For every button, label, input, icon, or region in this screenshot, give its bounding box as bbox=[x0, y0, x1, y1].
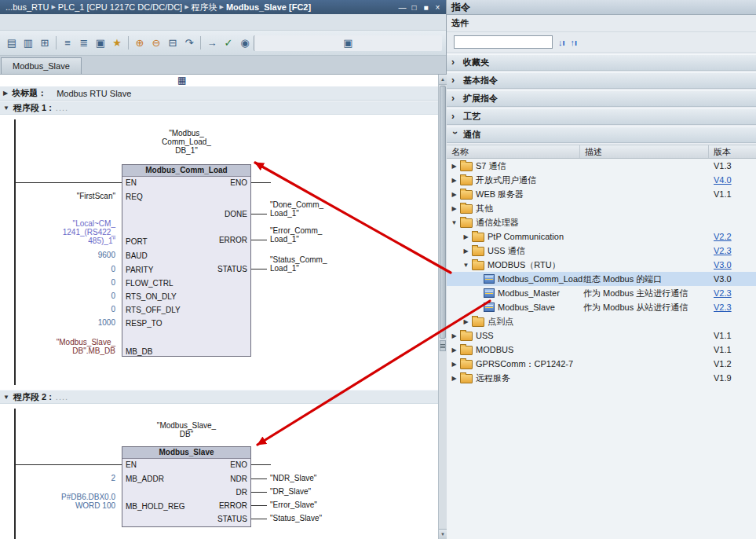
scroll-down-icon[interactable]: ▼ bbox=[439, 529, 447, 539]
tree-item-uss[interactable]: ▶USSV1.1 bbox=[447, 328, 756, 343]
tree-item-comm-processors[interactable]: ▼通信处理器 bbox=[447, 215, 756, 229]
operand-error[interactable]: "Error_Slave" bbox=[270, 500, 317, 509]
operand-flow_ctrl[interactable]: 0 bbox=[0, 278, 115, 287]
tree-item-web-server[interactable]: ▶WEB 服务器V1.1 bbox=[447, 187, 756, 201]
tree-item-gprscomm-cp1242-7[interactable]: ▶GPRSComm：CP1242-7V1.2 bbox=[447, 357, 756, 371]
collapse-networks-icon[interactable]: ≡ bbox=[60, 35, 75, 51]
palette-communication[interactable]: ›通信 bbox=[447, 126, 756, 143]
insert-network-icon[interactable]: ▤ bbox=[4, 35, 20, 51]
operand-dr[interactable]: "DR_Slave" bbox=[270, 487, 311, 496]
block-title-row[interactable]: ▶ 块标题： Modbus RTU Slave bbox=[0, 86, 438, 101]
insert-box-icon[interactable]: ⊞ bbox=[37, 35, 53, 51]
remove-input-icon[interactable]: ⊖ bbox=[148, 35, 164, 51]
operand-parity[interactable]: 0 bbox=[0, 265, 115, 273]
operand-rts_on_dly[interactable]: 0 bbox=[0, 292, 115, 300]
operand-status[interactable]: "Status_Slave" bbox=[270, 514, 322, 522]
expand-triangle-icon[interactable]: ▶ bbox=[450, 177, 458, 184]
goto-icon[interactable]: → bbox=[204, 35, 220, 51]
palette-technology[interactable]: ›工艺 bbox=[447, 108, 756, 125]
palette-favorites[interactable]: ›收藏夹 bbox=[447, 54, 756, 71]
tree-item-others[interactable]: ▶其他 bbox=[447, 201, 756, 215]
collapse-triangle-icon[interactable]: ▼ bbox=[3, 394, 9, 401]
column-header-description[interactable]: 描述 bbox=[580, 145, 709, 158]
column-header-version[interactable]: 版本 bbox=[709, 145, 756, 158]
operand-error[interactable]: "Error_Comm_Load_1" bbox=[270, 226, 322, 244]
options-row[interactable]: 选件 bbox=[447, 15, 756, 32]
tree-item-modbus[interactable]: ▶MODBUSV1.1 bbox=[447, 343, 756, 357]
tree-item-uss-comm[interactable]: ▶USS 通信V2.3 bbox=[447, 244, 756, 258]
version-link[interactable]: V2.2 bbox=[714, 232, 732, 241]
favorites-icon[interactable]: ★ bbox=[109, 35, 125, 51]
network-2-header[interactable]: ▼程序段 2 :.... bbox=[0, 390, 438, 404]
tree-item-s7-comm[interactable]: ▶S7 通信V1.3 bbox=[447, 159, 756, 173]
expand-triangle-icon[interactable]: ▶ bbox=[462, 248, 470, 255]
network-1-header[interactable]: ▼程序段 1 :.... bbox=[0, 101, 438, 115]
instance-db-name[interactable]: "Modbus_Comm_Load_DB_1" bbox=[98, 129, 275, 155]
operand-resp_to[interactable]: 1000 bbox=[0, 318, 115, 327]
expand-triangle-icon[interactable]: ▼ bbox=[462, 262, 470, 269]
palette-basic-instructions[interactable]: ›基本指令 bbox=[447, 72, 756, 89]
operand-baud[interactable]: 9600 bbox=[0, 251, 115, 259]
tree-item-modbus-comm-load[interactable]: Modbus_Comm_Load组态 Modbus 的端口V3.0 bbox=[447, 272, 756, 286]
breadcrumb-item[interactable]: PLC_1 [CPU 1217C DC/DC/DC] bbox=[58, 2, 182, 12]
tree-item-point-to-point[interactable]: ▶点到点 bbox=[447, 314, 756, 328]
expand-triangle-icon[interactable]: ▶ bbox=[450, 191, 458, 198]
expand-triangle-icon[interactable]: ▶ bbox=[450, 163, 458, 170]
show-comments-icon[interactable]: ▣ bbox=[93, 35, 108, 51]
operand-port[interactable]: "Local~CM_1241_(RS422_485)_1" bbox=[0, 219, 115, 245]
expand-triangle-icon[interactable]: ▶ bbox=[462, 318, 470, 325]
operand-mb_hold_reg[interactable]: P#DB6.DBX0.0WORD 100 bbox=[0, 493, 115, 510]
jump-label-icon[interactable]: ↷ bbox=[181, 35, 197, 51]
expand-triangle-icon[interactable]: ▶ bbox=[450, 346, 458, 354]
instance-db-name[interactable]: "Modbus_Slave_DB" bbox=[98, 421, 275, 438]
tree-item-remote-services[interactable]: ▶远程服务V1.9 bbox=[447, 371, 756, 385]
expand-triangle-icon[interactable]: ▶ bbox=[450, 205, 458, 212]
network-comment[interactable]: .... bbox=[56, 392, 68, 402]
version-link[interactable]: V4.0 bbox=[714, 175, 732, 185]
search-down-icon[interactable]: ↓ı bbox=[558, 38, 565, 47]
tree-item-modbus-rtu[interactable]: ▼MODBUS（RTU）V3.0 bbox=[447, 258, 756, 272]
version-link[interactable]: V3.0 bbox=[714, 260, 732, 270]
version-link[interactable]: V2.3 bbox=[714, 288, 732, 298]
operand-status[interactable]: "Status_Comm_Load_1" bbox=[270, 255, 327, 273]
float-button[interactable]: □ bbox=[409, 3, 419, 12]
operand-ndr[interactable]: "NDR_Slave" bbox=[270, 474, 316, 482]
scrollbar-split-grip[interactable] bbox=[440, 340, 446, 351]
column-header-name[interactable]: 名称 bbox=[447, 145, 580, 158]
version-link[interactable]: V2.3 bbox=[714, 246, 732, 255]
collapse-triangle-icon[interactable]: ▼ bbox=[3, 104, 9, 112]
expand-networks-icon[interactable]: ≣ bbox=[76, 35, 92, 51]
breadcrumb-item[interactable]: Modbus_Slave [FC2] bbox=[226, 2, 311, 12]
tree-item-ptp-communication[interactable]: ▶PtP CommunicationV2.2 bbox=[447, 229, 756, 244]
operand-rts_off_dly[interactable]: 0 bbox=[0, 305, 115, 314]
vertical-scrollbar[interactable]: ▲ ▼ bbox=[438, 75, 447, 539]
tab-modbus-slave[interactable]: Modbus_Slave bbox=[1, 57, 82, 74]
operand-mb_db[interactable]: "Modbus_Slave_DB".MB_DB bbox=[0, 338, 115, 355]
tree-item-modbus-master[interactable]: Modbus_Master作为 Modbus 主站进行通信V2.3 bbox=[447, 286, 756, 300]
search-up-icon[interactable]: ↑ı bbox=[571, 38, 578, 47]
expand-triangle-icon[interactable]: ▶ bbox=[450, 375, 458, 382]
insert-empty-network-icon[interactable]: ▥ bbox=[20, 35, 36, 51]
tree-item-modbus-slave[interactable]: Modbus_Slave作为 Modbus 从站进行通信V2.3 bbox=[447, 300, 756, 314]
syntax-check-icon[interactable]: ✓ bbox=[221, 35, 236, 51]
expand-triangle-icon[interactable]: ▶ bbox=[450, 332, 458, 339]
split-editor-icon[interactable]: ▣ bbox=[254, 35, 442, 51]
monitoring-icon[interactable]: ◉ bbox=[237, 35, 253, 51]
minimize-button[interactable]: — bbox=[397, 3, 407, 12]
expand-triangle-icon[interactable]: ▶ bbox=[462, 233, 470, 240]
operand-mb_addr[interactable]: 2 bbox=[0, 474, 115, 482]
insert-input-icon[interactable]: ⊕ bbox=[132, 35, 148, 51]
close-button[interactable]: × bbox=[433, 3, 443, 12]
block-title-value[interactable]: Modbus RTU Slave bbox=[57, 89, 131, 98]
breadcrumb-item[interactable]: ...bus_RTU bbox=[5, 2, 49, 12]
network-comment[interactable]: .... bbox=[56, 103, 68, 112]
operand-req[interactable]: "FirstScan" bbox=[0, 192, 115, 200]
version-link[interactable]: V2.3 bbox=[714, 302, 732, 312]
operand-done[interactable]: "Done_Comm_Load_1" bbox=[270, 200, 323, 218]
interface-splitter[interactable]: ▦ bbox=[0, 75, 438, 86]
scrollbar-thumb[interactable] bbox=[440, 86, 446, 339]
fb-modbus-comm-load[interactable]: Modbus_Comm_LoadENREQPORTBAUDPARITYFLOW_… bbox=[122, 164, 251, 357]
breadcrumb-item[interactable]: 程序块 bbox=[192, 2, 217, 13]
scroll-up-icon[interactable]: ▲ bbox=[439, 75, 447, 85]
search-input[interactable] bbox=[454, 35, 553, 49]
